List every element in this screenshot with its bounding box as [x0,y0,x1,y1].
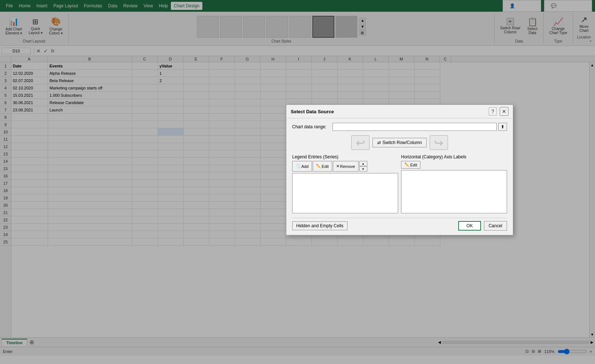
edit-series-button[interactable]: ✏️ Edit [313,161,332,172]
horizontal-axis-label: Horizontal (Category) Axis Labels [401,154,507,159]
ok-button[interactable]: OK [458,221,481,231]
horizontal-axis-panel: Horizontal (Category) Axis Labels ✏️ Edi… [401,154,507,213]
modal-title: Select Data Source [291,109,334,114]
modal-title-bar: Select Data Source ? ✕ [286,105,513,118]
legend-entries-list[interactable] [292,173,398,213]
switch-row-col-area: ↩ ⇄ Switch Row/Column ↪ [292,135,507,150]
switch-row-col-button[interactable]: ⇄ Switch Row/Column [372,138,426,147]
chart-data-range-input[interactable] [333,123,497,131]
add-series-icon: 🗒️ [295,164,301,169]
cancel-button[interactable]: Cancel [484,221,507,231]
right-arrow-indicator: ↪ [430,135,448,150]
modal-footer-right: OK Cancel [458,221,507,231]
legend-entries-panel: Legend Entries (Series) 🗒️ Add ✏️ Edit ✕ [292,154,398,213]
legend-entries-label: Legend Entries (Series) [292,154,398,159]
modal-overlay: Select Data Source ? ✕ Chart data range:… [0,0,595,356]
horizontal-axis-toolbar: ✏️ Edit [401,161,507,169]
horizontal-axis-list[interactable] [401,170,507,213]
remove-series-button[interactable]: ✕ Remove [333,161,359,172]
chart-data-range-label: Chart data range: [292,124,333,129]
series-move-up-button[interactable]: ▲ [359,161,367,166]
hidden-empty-cells-button[interactable]: Hidden and Empty Cells [292,221,348,230]
select-data-source-dialog: Select Data Source ? ✕ Chart data range:… [286,104,513,235]
modal-help-button[interactable]: ? [489,107,497,115]
modal-title-actions: ? ✕ [489,107,508,116]
remove-series-icon: ✕ [336,164,339,169]
switch-icon: ⇄ [377,140,381,145]
series-move-down-button[interactable]: ▼ [359,166,367,172]
add-series-button[interactable]: 🗒️ Add [292,161,312,172]
left-arrow-icon: ↩ [356,136,365,149]
modal-panels: Legend Entries (Series) 🗒️ Add ✏️ Edit ✕ [292,154,507,213]
modal-body: Chart data range: ⬆ ↩ ⇄ Switch Row/Colum… [286,118,513,235]
edit-series-icon: ✏️ [316,164,321,169]
legend-entries-toolbar: 🗒️ Add ✏️ Edit ✕ Remove ▲ [292,161,398,172]
chart-data-range-row: Chart data range: ⬆ [292,123,507,131]
right-arrow-icon: ↪ [434,136,443,149]
modal-footer: Hidden and Empty Cells OK Cancel [292,218,507,231]
chart-data-range-selector-button[interactable]: ⬆ [498,123,507,131]
series-reorder-buttons: ▲ ▼ [359,161,367,172]
modal-footer-left: Hidden and Empty Cells [292,221,348,230]
modal-close-button[interactable]: ✕ [500,107,508,116]
edit-axis-button[interactable]: ✏️ Edit [401,161,420,169]
left-arrow-indicator: ↩ [351,135,370,150]
edit-axis-icon: ✏️ [404,162,409,167]
